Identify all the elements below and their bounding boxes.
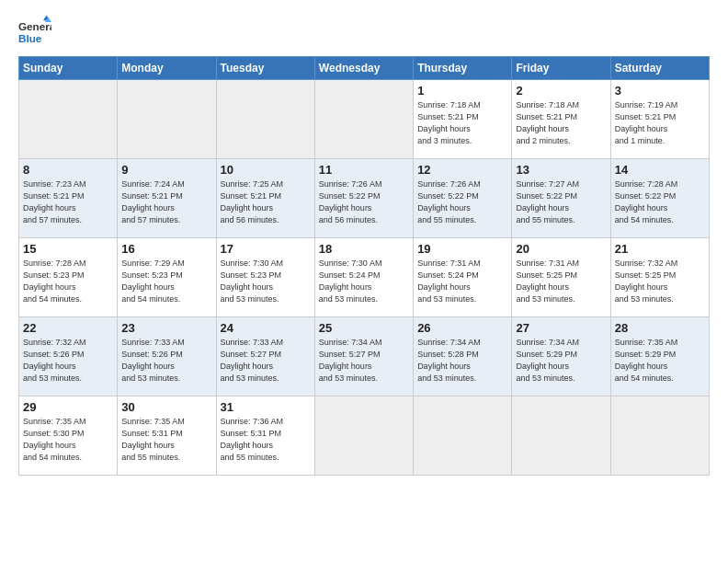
day-number: 13 bbox=[516, 163, 606, 177]
day-number: 10 bbox=[221, 163, 311, 177]
calendar-cell bbox=[414, 396, 512, 476]
calendar-cell: 28Sunrise: 7:35 AMSunset: 5:29 PMDayligh… bbox=[610, 317, 709, 396]
header: General Blue bbox=[18, 14, 710, 47]
col-header-tuesday: Tuesday bbox=[216, 57, 314, 80]
day-info: Sunrise: 7:19 AMSunset: 5:21 PMDaylight … bbox=[615, 100, 678, 145]
logo-icon: General Blue bbox=[18, 14, 51, 47]
day-info: Sunrise: 7:30 AMSunset: 5:24 PMDaylight … bbox=[319, 259, 382, 304]
day-number: 31 bbox=[221, 400, 311, 414]
day-info: Sunrise: 7:34 AMSunset: 5:29 PMDaylight … bbox=[516, 338, 579, 383]
day-info: Sunrise: 7:36 AMSunset: 5:31 PMDaylight … bbox=[221, 417, 284, 462]
calendar-header-row: SundayMondayTuesdayWednesdayThursdayFrid… bbox=[19, 57, 710, 80]
col-header-saturday: Saturday bbox=[610, 57, 709, 80]
day-number: 26 bbox=[417, 321, 507, 335]
day-number: 1 bbox=[417, 84, 507, 98]
day-number: 14 bbox=[615, 163, 705, 177]
calendar-week-3: 15Sunrise: 7:28 AMSunset: 5:23 PMDayligh… bbox=[19, 238, 710, 317]
calendar-cell: 15Sunrise: 7:28 AMSunset: 5:23 PMDayligh… bbox=[19, 238, 118, 317]
calendar-cell bbox=[610, 396, 709, 476]
calendar-cell: 27Sunrise: 7:34 AMSunset: 5:29 PMDayligh… bbox=[512, 317, 610, 396]
calendar-cell: 9Sunrise: 7:24 AMSunset: 5:21 PMDaylight… bbox=[118, 159, 216, 238]
day-number: 22 bbox=[23, 321, 113, 335]
day-number: 2 bbox=[516, 84, 606, 98]
calendar-cell bbox=[19, 80, 118, 159]
calendar-cell: 8Sunrise: 7:23 AMSunset: 5:21 PMDaylight… bbox=[19, 159, 118, 238]
calendar-cell: 31Sunrise: 7:36 AMSunset: 5:31 PMDayligh… bbox=[216, 396, 314, 476]
calendar-cell: 13Sunrise: 7:27 AMSunset: 5:22 PMDayligh… bbox=[512, 159, 610, 238]
day-number: 27 bbox=[516, 321, 606, 335]
calendar-cell: 21Sunrise: 7:32 AMSunset: 5:25 PMDayligh… bbox=[610, 238, 709, 317]
page: General Blue SundayMondayTuesdayWednesda… bbox=[0, 0, 728, 563]
col-header-friday: Friday bbox=[512, 57, 610, 80]
calendar-cell: 23Sunrise: 7:33 AMSunset: 5:26 PMDayligh… bbox=[118, 317, 216, 396]
day-number: 16 bbox=[121, 242, 211, 256]
col-header-thursday: Thursday bbox=[414, 57, 512, 80]
calendar-cell: 19Sunrise: 7:31 AMSunset: 5:24 PMDayligh… bbox=[414, 238, 512, 317]
day-info: Sunrise: 7:33 AMSunset: 5:27 PMDaylight … bbox=[221, 338, 284, 383]
calendar-cell: 30Sunrise: 7:35 AMSunset: 5:31 PMDayligh… bbox=[118, 396, 216, 476]
col-header-sunday: Sunday bbox=[19, 57, 118, 80]
day-info: Sunrise: 7:32 AMSunset: 5:26 PMDaylight … bbox=[23, 338, 86, 383]
day-number: 19 bbox=[417, 242, 507, 256]
day-info: Sunrise: 7:26 AMSunset: 5:22 PMDaylight … bbox=[319, 179, 382, 224]
calendar-table: SundayMondayTuesdayWednesdayThursdayFrid… bbox=[18, 56, 710, 476]
calendar-cell: 26Sunrise: 7:34 AMSunset: 5:28 PMDayligh… bbox=[414, 317, 512, 396]
calendar-cell: 14Sunrise: 7:28 AMSunset: 5:22 PMDayligh… bbox=[610, 159, 709, 238]
day-number: 20 bbox=[516, 242, 606, 256]
calendar-cell: 12Sunrise: 7:26 AMSunset: 5:22 PMDayligh… bbox=[414, 159, 512, 238]
col-header-monday: Monday bbox=[118, 57, 216, 80]
day-info: Sunrise: 7:31 AMSunset: 5:25 PMDaylight … bbox=[516, 259, 579, 304]
day-number: 30 bbox=[121, 400, 211, 414]
day-info: Sunrise: 7:23 AMSunset: 5:21 PMDaylight … bbox=[23, 179, 86, 224]
col-header-wednesday: Wednesday bbox=[314, 57, 413, 80]
day-info: Sunrise: 7:34 AMSunset: 5:27 PMDaylight … bbox=[319, 338, 382, 383]
day-number: 29 bbox=[23, 400, 113, 414]
day-info: Sunrise: 7:35 AMSunset: 5:29 PMDaylight … bbox=[615, 338, 678, 383]
calendar-cell: 16Sunrise: 7:29 AMSunset: 5:23 PMDayligh… bbox=[118, 238, 216, 317]
day-info: Sunrise: 7:28 AMSunset: 5:23 PMDaylight … bbox=[23, 259, 86, 304]
calendar-cell: 25Sunrise: 7:34 AMSunset: 5:27 PMDayligh… bbox=[314, 317, 413, 396]
day-info: Sunrise: 7:24 AMSunset: 5:21 PMDaylight … bbox=[121, 179, 185, 224]
day-info: Sunrise: 7:29 AMSunset: 5:23 PMDaylight … bbox=[121, 259, 185, 304]
day-info: Sunrise: 7:27 AMSunset: 5:22 PMDaylight … bbox=[516, 179, 579, 224]
calendar-week-5: 29Sunrise: 7:35 AMSunset: 5:30 PMDayligh… bbox=[19, 396, 710, 476]
day-number: 25 bbox=[319, 321, 409, 335]
day-number: 17 bbox=[221, 242, 311, 256]
day-info: Sunrise: 7:30 AMSunset: 5:23 PMDaylight … bbox=[221, 259, 284, 304]
calendar-week-4: 22Sunrise: 7:32 AMSunset: 5:26 PMDayligh… bbox=[19, 317, 710, 396]
calendar-cell: 20Sunrise: 7:31 AMSunset: 5:25 PMDayligh… bbox=[512, 238, 610, 317]
day-info: Sunrise: 7:18 AMSunset: 5:21 PMDaylight … bbox=[516, 100, 579, 145]
day-info: Sunrise: 7:32 AMSunset: 5:25 PMDaylight … bbox=[615, 259, 678, 304]
day-number: 28 bbox=[615, 321, 705, 335]
day-info: Sunrise: 7:34 AMSunset: 5:28 PMDaylight … bbox=[417, 338, 481, 383]
day-info: Sunrise: 7:26 AMSunset: 5:22 PMDaylight … bbox=[417, 179, 481, 224]
calendar-cell bbox=[118, 80, 216, 159]
day-info: Sunrise: 7:31 AMSunset: 5:24 PMDaylight … bbox=[417, 259, 481, 304]
day-info: Sunrise: 7:35 AMSunset: 5:30 PMDaylight … bbox=[23, 417, 86, 462]
day-number: 24 bbox=[221, 321, 311, 335]
day-number: 3 bbox=[615, 84, 705, 98]
calendar-cell: 18Sunrise: 7:30 AMSunset: 5:24 PMDayligh… bbox=[314, 238, 413, 317]
calendar-cell bbox=[314, 396, 413, 476]
day-number: 21 bbox=[615, 242, 705, 256]
day-info: Sunrise: 7:25 AMSunset: 5:21 PMDaylight … bbox=[221, 179, 284, 224]
day-number: 8 bbox=[23, 163, 113, 177]
calendar-cell: 2Sunrise: 7:18 AMSunset: 5:21 PMDaylight… bbox=[512, 80, 610, 159]
calendar-cell bbox=[216, 80, 314, 159]
day-number: 18 bbox=[319, 242, 409, 256]
calendar-cell: 22Sunrise: 7:32 AMSunset: 5:26 PMDayligh… bbox=[19, 317, 118, 396]
calendar-week-2: 8Sunrise: 7:23 AMSunset: 5:21 PMDaylight… bbox=[19, 159, 710, 238]
day-number: 11 bbox=[319, 163, 409, 177]
day-info: Sunrise: 7:28 AMSunset: 5:22 PMDaylight … bbox=[615, 179, 678, 224]
calendar-week-1: 1Sunrise: 7:18 AMSunset: 5:21 PMDaylight… bbox=[19, 80, 710, 159]
day-number: 15 bbox=[23, 242, 113, 256]
calendar-cell: 1Sunrise: 7:18 AMSunset: 5:21 PMDaylight… bbox=[414, 80, 512, 159]
calendar-cell: 29Sunrise: 7:35 AMSunset: 5:30 PMDayligh… bbox=[19, 396, 118, 476]
calendar-cell: 11Sunrise: 7:26 AMSunset: 5:22 PMDayligh… bbox=[314, 159, 413, 238]
calendar-cell: 3Sunrise: 7:19 AMSunset: 5:21 PMDaylight… bbox=[610, 80, 709, 159]
day-info: Sunrise: 7:33 AMSunset: 5:26 PMDaylight … bbox=[121, 338, 185, 383]
calendar-cell bbox=[314, 80, 413, 159]
day-info: Sunrise: 7:35 AMSunset: 5:31 PMDaylight … bbox=[121, 417, 185, 462]
calendar-cell: 24Sunrise: 7:33 AMSunset: 5:27 PMDayligh… bbox=[216, 317, 314, 396]
day-number: 12 bbox=[417, 163, 507, 177]
